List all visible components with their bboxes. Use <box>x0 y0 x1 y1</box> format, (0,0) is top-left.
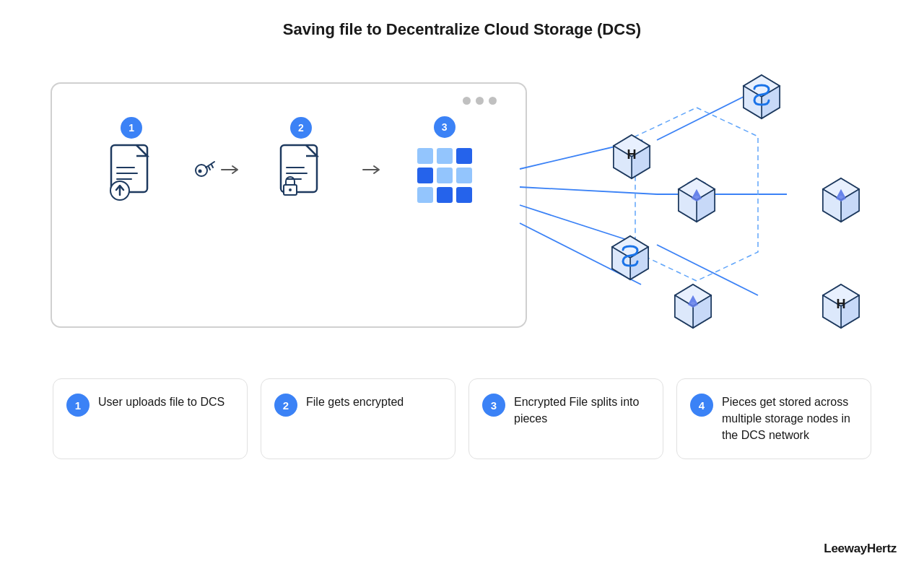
step-2-badge: 2 <box>290 117 312 139</box>
step-card-4: 4 Pieces get stored across multiple stor… <box>676 378 871 459</box>
step-card-2: 2 File gets encrypted <box>261 378 456 459</box>
piece-7 <box>417 187 433 203</box>
step-2-item: 2 <box>275 127 327 203</box>
browser-window: 1 <box>51 82 527 328</box>
piece-9 <box>456 187 472 203</box>
step-3-item: 3 <box>417 126 472 203</box>
svg-point-16 <box>289 188 292 191</box>
browser-dot-3 <box>489 97 497 105</box>
piece-2 <box>437 148 453 164</box>
svg-line-19 <box>520 187 657 194</box>
brand-text: LeewayHertz <box>824 542 897 556</box>
top-diagram: 1 <box>0 53 924 357</box>
step-1-item: 1 <box>105 127 157 203</box>
svg-line-20 <box>520 205 642 245</box>
network-svg: 4 <box>513 68 873 342</box>
page-title: Saving file to Decentralize Cloud Storag… <box>0 0 924 53</box>
step-card-1: 1 User uploads file to DCS <box>53 378 248 459</box>
step-card-3-text: Encrypted File splits into pieces <box>514 394 650 427</box>
browser-dots <box>74 97 504 105</box>
svg-line-8 <box>209 167 210 170</box>
step-card-1-badge: 1 <box>66 394 90 417</box>
piece-1 <box>417 148 433 164</box>
step-card-4-text: Pieces get stored across multiple storag… <box>722 394 858 444</box>
svg-line-7 <box>212 165 213 168</box>
key-icon <box>193 157 217 182</box>
arrow-2-icon <box>362 165 382 175</box>
svg-text:H: H <box>837 297 846 311</box>
piece-8 <box>437 187 453 203</box>
svg-point-9 <box>198 170 201 173</box>
arrow-1-icon <box>220 165 240 175</box>
file-upload-icon <box>105 142 157 203</box>
encrypted-file-icon <box>275 142 327 203</box>
step-card-3-badge: 3 <box>482 394 505 417</box>
arrow-2 <box>362 165 382 175</box>
browser-dot-2 <box>476 97 484 105</box>
step-card-4-badge: 4 <box>690 394 713 417</box>
bottom-steps: 1 User uploads file to DCS 2 File gets e… <box>0 357 924 474</box>
step-1-badge: 1 <box>121 117 142 139</box>
piece-5 <box>437 168 453 183</box>
browser-content: 1 <box>74 119 504 210</box>
browser-dot-1 <box>463 97 471 105</box>
pieces-grid <box>417 148 472 203</box>
piece-4 <box>417 168 433 183</box>
step-card-2-text: File gets encrypted <box>306 394 404 410</box>
svg-text:H: H <box>627 147 637 162</box>
step-3-badge: 3 <box>434 116 456 138</box>
step-card-1-text: User uploads file to DCS <box>98 394 225 410</box>
step-card-2-badge: 2 <box>274 394 297 417</box>
svg-line-24 <box>657 245 758 295</box>
piece-6 <box>456 168 472 183</box>
key-arrow <box>193 157 240 182</box>
network-diagram: 4 <box>513 68 873 342</box>
piece-3 <box>456 148 472 164</box>
step-card-3: 3 Encrypted File splits into pieces <box>468 378 663 459</box>
